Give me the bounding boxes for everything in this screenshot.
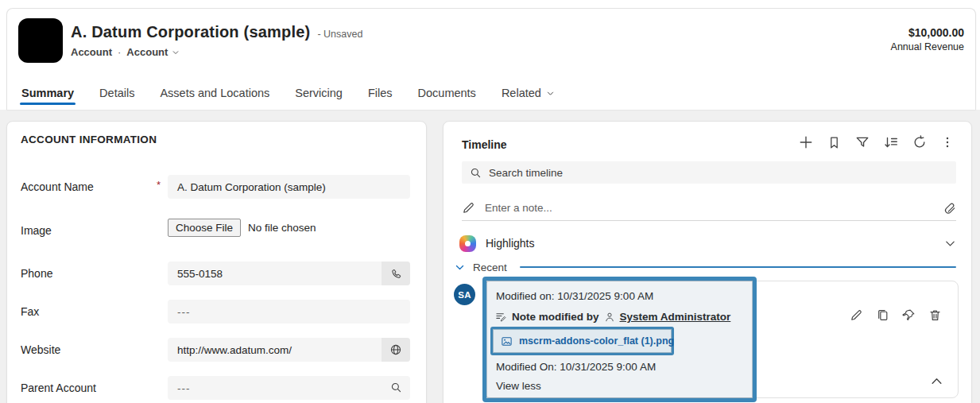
parent-account-input[interactable]: ---	[168, 376, 410, 400]
field-row-phone: Phone 555-0158	[7, 262, 426, 285]
entry-modified-on: Modified on: 10/31/2025 9:00 AM	[496, 290, 653, 302]
entry-action-line: Note modified by System Administrator	[495, 311, 730, 323]
edit-icon[interactable]	[850, 308, 863, 322]
tab-files[interactable]: Files	[366, 80, 394, 110]
fax-input[interactable]: ---	[168, 300, 410, 324]
field-row-image: Image Choose File No file chosen	[7, 219, 426, 242]
note-icon	[495, 311, 507, 323]
refresh-icon[interactable]	[912, 135, 927, 149]
save-status: - Unsaved	[317, 29, 362, 40]
section-title: ACCOUNT INFORMATION	[21, 134, 157, 145]
entry-action-text: Note modified by	[512, 311, 599, 323]
website-input[interactable]: http://www.adatum.com/	[168, 338, 410, 362]
phone-input[interactable]: 555-0158	[168, 262, 410, 285]
recent-group-row: Recent	[455, 259, 956, 275]
timeline-entry-card[interactable]: Modified on: 10/31/2025 9:00 AM Note mod…	[484, 281, 959, 398]
copilot-icon	[459, 235, 476, 252]
field-row-fax: Fax ---	[7, 300, 426, 324]
view-less-link[interactable]: View less	[496, 380, 541, 392]
phone-label: Phone	[21, 267, 52, 280]
field-row-account-name: Account Name * A. Datum Corporation (sam…	[7, 175, 426, 199]
record-header: A. Datum Corporation (sample) - Unsaved …	[6, 8, 976, 110]
chevron-down-icon[interactable]	[944, 238, 956, 250]
annual-revenue-label: Annual Revenue	[891, 41, 964, 52]
app-window: A. Datum Corporation (sample) - Unsaved …	[0, 0, 980, 403]
add-icon[interactable]	[799, 135, 813, 149]
account-name-input[interactable]: A. Datum Corporation (sample)	[168, 175, 410, 199]
file-chosen-status: No file chosen	[248, 222, 316, 234]
tab-related[interactable]: Related	[500, 80, 556, 110]
search-placeholder: Search timeline	[489, 167, 563, 179]
required-marker: *	[157, 179, 161, 191]
timeline-title: Timeline	[462, 138, 507, 151]
search-icon[interactable]	[390, 382, 402, 393]
pin-icon[interactable]	[902, 308, 916, 322]
avatar: SA	[454, 284, 475, 305]
delete-icon[interactable]	[928, 308, 942, 322]
title-block: A. Datum Corporation (sample) - Unsaved …	[71, 23, 362, 58]
account-logo	[18, 18, 63, 63]
field-row-website: Website http://www.adatum.com/	[7, 338, 426, 362]
fax-label: Fax	[21, 305, 39, 318]
tab-details[interactable]: Details	[98, 80, 136, 110]
tab-bar: Summary Details Assets and Locations Ser…	[20, 80, 556, 110]
highlights-label: Highlights	[486, 237, 935, 250]
tab-servicing[interactable]: Servicing	[293, 80, 344, 110]
timeline-section: Timeline Search	[443, 121, 972, 403]
person-icon	[604, 312, 615, 323]
field-row-parent-account: Parent Account ---	[7, 376, 426, 400]
page-title: A. Datum Corporation (sample)	[71, 23, 310, 41]
chevron-down-icon	[546, 89, 555, 98]
website-label: Website	[21, 343, 60, 356]
entry-actions	[850, 308, 942, 322]
actor-link[interactable]: System Administrator	[620, 311, 731, 323]
pencil-icon	[462, 201, 475, 215]
paperclip-icon[interactable]	[943, 201, 956, 214]
globe-icon[interactable]	[382, 338, 410, 362]
entity-label: Account	[71, 46, 112, 58]
choose-file-button[interactable]: Choose File	[168, 219, 241, 237]
copy-icon[interactable]	[876, 308, 889, 322]
image-file-icon	[501, 335, 513, 347]
note-placeholder: Enter a note...	[485, 202, 934, 214]
bookmark-icon[interactable]	[827, 136, 841, 149]
timeline-toolbar	[799, 135, 954, 149]
note-entry-row[interactable]: Enter a note...	[462, 195, 956, 221]
subtitle-separator: ·	[118, 46, 121, 58]
annual-revenue: $10,000.00 Annual Revenue	[891, 26, 964, 52]
tab-documents[interactable]: Documents	[416, 80, 478, 110]
phone-icon[interactable]	[382, 262, 410, 285]
account-name-label: Account Name	[21, 180, 94, 193]
image-label: Image	[21, 224, 52, 237]
recent-divider	[520, 266, 956, 268]
chevron-down-icon	[172, 48, 180, 56]
chevron-down-icon[interactable]	[455, 262, 465, 273]
more-icon[interactable]	[941, 136, 954, 149]
chevron-up-icon[interactable]	[930, 374, 943, 388]
parent-account-label: Parent Account	[21, 382, 96, 394]
attachment-link[interactable]: mscrm-addons-color_flat (1).png	[519, 335, 674, 347]
form-selector[interactable]: Account	[126, 46, 180, 58]
highlights-row[interactable]: Highlights	[459, 231, 956, 255]
search-icon	[470, 167, 482, 179]
annual-revenue-value: $10,000.00	[891, 26, 964, 39]
tab-assets-and-locations[interactable]: Assets and Locations	[158, 80, 271, 110]
attachment-annotation-box[interactable]: mscrm-addons-color_flat (1).png	[490, 327, 674, 355]
recent-label[interactable]: Recent	[473, 262, 507, 273]
sort-icon[interactable]	[884, 135, 898, 149]
filter-icon[interactable]	[855, 135, 870, 149]
account-information-section: ACCOUNT INFORMATION Account Name * A. Da…	[6, 121, 427, 403]
entry-modified-on-2: Modified On: 10/31/2025 9:00 AM	[496, 361, 656, 373]
timeline-search-input[interactable]: Search timeline	[462, 161, 956, 184]
tab-summary[interactable]: Summary	[20, 80, 76, 110]
